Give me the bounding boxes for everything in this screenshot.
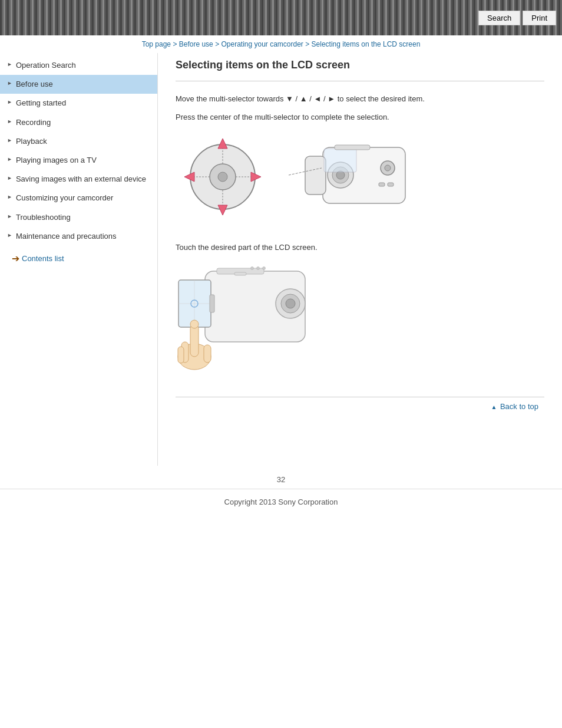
- main-layout: ► Operation Search ► Before use ► Gettin…: [0, 53, 562, 466]
- svg-rect-21: [335, 145, 370, 150]
- svg-point-38: [190, 320, 199, 328]
- svg-rect-18: [379, 183, 385, 186]
- copyright-text: Copyright 2013 Sony Corporation: [224, 498, 338, 506]
- sidebar-label-troubleshooting: Troubleshooting: [16, 212, 71, 223]
- svg-rect-19: [388, 183, 394, 186]
- multi-selector-svg: [176, 130, 276, 224]
- page-title: Selecting items on the LCD screen: [176, 59, 544, 71]
- sidebar-label-saving-images: Saving images with an external device: [16, 174, 146, 185]
- svg-point-2: [218, 172, 227, 182]
- sidebar-item-recording[interactable]: ► Recording: [0, 113, 157, 132]
- search-button[interactable]: Search: [478, 11, 520, 25]
- svg-point-31: [286, 299, 295, 308]
- breadcrumb-operating[interactable]: Operating your camcorder: [221, 40, 303, 48]
- sidebar-label-playing-images-tv: Playing images on a TV: [16, 155, 97, 166]
- breadcrumb-top[interactable]: Top page: [142, 40, 171, 48]
- svg-rect-20: [324, 149, 356, 172]
- svg-point-33: [251, 267, 254, 270]
- breadcrumb: Top page > Before use > Operating your c…: [0, 35, 562, 53]
- chevron-right-icon: ►: [7, 156, 12, 162]
- sidebar-label-recording: Recording: [16, 117, 51, 128]
- chevron-right-icon: ►: [7, 80, 12, 86]
- breadcrumb-current: Selecting items on the LCD screen: [312, 40, 421, 48]
- back-to-top-label: Back to top: [500, 402, 538, 411]
- sidebar-label-getting-started: Getting started: [16, 98, 66, 108]
- chevron-right-icon: ►: [7, 137, 12, 143]
- contents-list-label: Contents list: [22, 254, 64, 263]
- chevron-right-icon: ►: [7, 232, 12, 238]
- multi-selector-illustration: [176, 130, 544, 224]
- sidebar-item-customizing[interactable]: ► Customizing your camcorder: [0, 189, 157, 207]
- svg-rect-40: [204, 345, 211, 363]
- chevron-right-icon: ►: [7, 213, 12, 219]
- sidebar: ► Operation Search ► Before use ► Gettin…: [0, 53, 158, 466]
- camcorder-selector-svg: [287, 130, 423, 224]
- svg-marker-6: [251, 172, 261, 182]
- sidebar-label-operation-search: Operation Search: [16, 60, 76, 71]
- svg-point-34: [257, 267, 260, 270]
- arrow-right-icon: ➔: [12, 253, 19, 264]
- method1-subtext: Press the center of the multi-selector t…: [176, 111, 544, 124]
- sidebar-item-maintenance[interactable]: ► Maintenance and precautions: [0, 227, 157, 246]
- chevron-right-icon: ►: [7, 118, 12, 124]
- method2-section: Touch the desired part of the LCD screen…: [176, 242, 544, 380]
- up-triangle-icon: ▲: [491, 404, 497, 410]
- chevron-right-icon: ►: [7, 194, 12, 200]
- svg-rect-15: [305, 156, 326, 195]
- svg-rect-41: [178, 347, 184, 363]
- svg-rect-28: [210, 295, 214, 312]
- header: Search Print: [0, 0, 562, 35]
- touch-lcd-svg: [176, 259, 340, 377]
- chevron-right-icon: ►: [7, 175, 12, 181]
- content-area: Selecting items on the LCD screen Move t…: [158, 53, 562, 466]
- chevron-right-icon: ►: [7, 99, 12, 105]
- method1-text: Move the multi-selector towards ▼ / ▲ / …: [176, 93, 544, 106]
- sidebar-item-getting-started[interactable]: ► Getting started: [0, 94, 157, 113]
- method2-text: Touch the desired part of the LCD screen…: [176, 242, 544, 254]
- breadcrumb-before-use[interactable]: Before use: [179, 40, 213, 48]
- contents-list-link[interactable]: ➔ Contents list: [0, 246, 157, 269]
- breadcrumb-separator3: >: [305, 40, 311, 48]
- sidebar-label-before-use: Before use: [16, 79, 53, 90]
- svg-point-35: [263, 267, 266, 270]
- chevron-right-icon: ►: [7, 61, 12, 67]
- sidebar-item-before-use[interactable]: ► Before use: [0, 75, 157, 94]
- sidebar-label-maintenance: Maintenance and precautions: [16, 231, 117, 242]
- page-number: 32: [0, 466, 562, 489]
- breadcrumb-separator2: >: [215, 40, 221, 48]
- sidebar-item-playback[interactable]: ► Playback: [0, 132, 157, 151]
- breadcrumb-separator1: >: [173, 40, 178, 48]
- sidebar-item-playing-images-tv[interactable]: ► Playing images on a TV: [0, 151, 157, 170]
- method1-section: Move the multi-selector towards ▼ / ▲ / …: [176, 93, 544, 224]
- svg-marker-4: [218, 205, 227, 215]
- sidebar-label-playback: Playback: [16, 136, 47, 147]
- sidebar-item-saving-images[interactable]: ► Saving images with an external device: [0, 170, 157, 189]
- touch-lcd-illustration: [176, 259, 544, 379]
- back-to-top-link[interactable]: ▲ Back to top: [491, 402, 538, 411]
- print-button[interactable]: Print: [523, 11, 556, 25]
- sidebar-item-operation-search[interactable]: ► Operation Search: [0, 56, 157, 75]
- sidebar-label-customizing: Customizing your camcorder: [16, 193, 113, 203]
- sidebar-item-troubleshooting[interactable]: ► Troubleshooting: [0, 208, 157, 227]
- svg-marker-3: [218, 139, 227, 149]
- back-to-top-bar: ▲ Back to top: [176, 397, 544, 416]
- svg-point-17: [385, 165, 391, 171]
- svg-rect-37: [190, 324, 199, 357]
- page-title-section: Selecting items on the LCD screen: [176, 59, 544, 81]
- svg-rect-32: [234, 272, 246, 275]
- footer: Copyright 2013 Sony Corporation: [0, 489, 562, 515]
- svg-marker-5: [184, 172, 194, 182]
